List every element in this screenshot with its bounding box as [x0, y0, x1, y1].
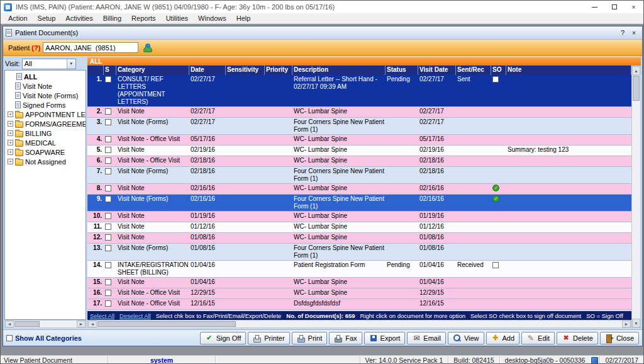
select-checkbox[interactable] — [105, 234, 111, 241]
show-all-categories-checkbox[interactable] — [6, 335, 13, 341]
document-row[interactable]: 17.Visit Note - Office Visit12/16/15Dsfd… — [87, 299, 631, 310]
close-button[interactable]: Close — [600, 332, 639, 344]
select-checkbox[interactable] — [105, 157, 111, 164]
select-checkbox[interactable] — [105, 76, 111, 82]
document-row[interactable]: 13.Visit Note (Forms)01/08/16Four Corner… — [87, 244, 631, 261]
col-category[interactable]: Category — [116, 65, 189, 75]
maximize-button[interactable] — [604, 1, 624, 13]
tree-item-visit-note[interactable]: Visit Note — [5, 81, 86, 91]
tree-item-visit-note-forms-[interactable]: Visit Note (Forms) — [5, 91, 86, 100]
expand-plus-icon[interactable]: + — [8, 121, 13, 127]
document-row[interactable]: 12.Visit Note01/08/16WC- Lumbar Spine01/… — [87, 233, 631, 244]
email-button[interactable]: Email — [407, 332, 446, 344]
document-row[interactable]: 15.Visit Note01/04/16WC- Lumbar Spine01/… — [87, 278, 631, 288]
scrollbar-thumb[interactable] — [97, 321, 236, 327]
select-all-link[interactable]: Select All — [90, 312, 114, 319]
table-vertical-scrollbar[interactable]: ▲ ▼ — [631, 65, 641, 328]
select-checkbox[interactable] — [105, 108, 111, 115]
print-button[interactable]: Print — [292, 332, 328, 344]
scrollbar-track[interactable] — [632, 101, 640, 319]
menu-reports[interactable]: Reports — [126, 13, 161, 24]
close-button[interactable]: × — [624, 1, 643, 13]
expand-plus-icon[interactable]: + — [8, 149, 13, 155]
document-row[interactable]: 4.Visit Note - Office Visit05/17/16WC- L… — [87, 135, 631, 145]
signoff-checkbox[interactable] — [492, 76, 499, 82]
col-note[interactable]: Note — [506, 65, 631, 75]
select-checkbox[interactable] — [105, 196, 111, 202]
expand-plus-icon[interactable]: + — [8, 140, 13, 145]
tree-horizontal-scrollbar[interactable]: ◄ ► — [4, 320, 86, 328]
document-row[interactable]: 16.Visit Note - Office Visit12/29/15WC- … — [87, 288, 631, 299]
select-checkbox[interactable] — [105, 279, 111, 285]
document-row[interactable]: 11.Visit Note01/12/16WC- Lumbar Spine01/… — [87, 222, 631, 233]
tree-item-signed-forms[interactable]: Signed Forms — [5, 100, 86, 110]
select-checkbox[interactable] — [105, 300, 111, 307]
menu-utilities[interactable]: Utilities — [161, 13, 193, 24]
select-checkbox[interactable] — [105, 185, 111, 191]
expand-plus-icon[interactable]: + — [8, 130, 13, 136]
col-status[interactable]: Status — [386, 65, 418, 75]
view-button[interactable]: View — [448, 332, 484, 344]
col-priority[interactable]: Priority — [265, 65, 292, 75]
menu-action[interactable]: Action — [3, 13, 33, 24]
document-row[interactable]: 6.Visit Note - Office Visit02/18/16WC- L… — [87, 156, 631, 167]
tree-item-all[interactable]: ALL — [5, 72, 86, 81]
col-description[interactable]: Description — [292, 65, 386, 75]
chevron-down-icon[interactable]: ▼ — [67, 59, 75, 69]
scrollbar-track[interactable] — [236, 321, 622, 327]
select-checkbox[interactable] — [105, 147, 111, 153]
document-row[interactable]: 14.INTAKE/REGISTRATION SHEET (BILLING)01… — [87, 261, 631, 278]
document-row[interactable]: 8.Visit Note02/16/16WC- Lumbar Spine02/1… — [87, 184, 631, 195]
tree-item-billing[interactable]: +BILLING — [5, 128, 86, 138]
deselect-all-link[interactable]: Deselect All — [119, 312, 151, 319]
dialog-help-button[interactable]: ? — [617, 28, 628, 38]
scrollbar-thumb[interactable] — [14, 321, 40, 327]
select-checkbox[interactable] — [105, 213, 111, 219]
scroll-left-arrow[interactable]: ◄ — [88, 321, 97, 327]
tree-item-soapware[interactable]: +SOAPWARE — [5, 147, 86, 157]
title-bar[interactable]: IMS (IMS, PAIN) (Patient: AARON, JANE W … — [1, 1, 643, 13]
tree-item-appointment-letter[interactable]: +APPOINTMENT LETTER — [5, 110, 86, 119]
expand-plus-icon[interactable]: + — [8, 111, 13, 117]
col-sensitivity[interactable]: Sensitivity — [226, 65, 265, 75]
table-horizontal-scrollbar[interactable]: ◄ ► — [87, 320, 631, 328]
scroll-down-arrow[interactable]: ▼ — [632, 319, 640, 327]
scroll-right-arrow[interactable]: ► — [622, 321, 631, 327]
select-checkbox[interactable] — [105, 245, 111, 251]
delete-button[interactable]: Delete — [557, 332, 598, 344]
select-checkbox[interactable] — [105, 224, 111, 230]
select-checkbox[interactable] — [105, 168, 111, 174]
menu-billing[interactable]: Billing — [98, 13, 126, 24]
scroll-right-arrow[interactable]: ► — [77, 321, 86, 327]
add-button[interactable]: Add — [486, 332, 520, 344]
col-date[interactable]: Date — [189, 65, 226, 75]
patient-input[interactable] — [43, 42, 138, 53]
tree-item-forms-agreement[interactable]: +FORMS/AGREEMENT — [5, 119, 86, 128]
scrollbar-track[interactable] — [40, 321, 77, 327]
expand-plus-icon[interactable]: + — [8, 159, 13, 164]
fax-button[interactable]: Fax — [329, 332, 362, 344]
col-sent-rec[interactable]: Sent/Rec — [456, 65, 491, 75]
document-row[interactable]: 10.Visit Note01/19/16WC- Lumbar Spine01/… — [87, 212, 631, 222]
select-checkbox[interactable] — [105, 262, 111, 268]
menu-help[interactable]: Help — [231, 13, 256, 24]
scrollbar-thumb[interactable] — [633, 76, 640, 101]
tree-item-medical[interactable]: +MEDICAL — [5, 138, 86, 147]
patient-lookup-icon[interactable] — [142, 43, 152, 53]
select-checkbox[interactable] — [105, 136, 111, 142]
scroll-left-arrow[interactable]: ◄ — [5, 321, 14, 327]
minimize-button[interactable] — [585, 1, 604, 13]
signoff-checkbox[interactable] — [492, 262, 499, 268]
document-row[interactable]: 9.Visit Note (Forms)02/16/16Four Corners… — [87, 195, 631, 212]
tree-item-not-assigned[interactable]: +Not Assigned — [5, 157, 86, 166]
document-row[interactable]: 2.Visit Note02/27/17WC- Lumbar Spine02/2… — [87, 107, 631, 118]
document-row[interactable]: 1.CONSULT/ REF LETTERS (APPOINTMENT LETT… — [87, 75, 631, 107]
printer-button[interactable]: Printer — [248, 332, 289, 344]
select-checkbox[interactable] — [105, 119, 111, 125]
visit-dropdown[interactable]: All ▼ — [22, 59, 76, 69]
col-visit-date[interactable]: Visit Date — [418, 65, 456, 75]
dialog-close-button[interactable]: × — [628, 28, 640, 38]
export-button[interactable]: Export — [364, 332, 406, 344]
col-so[interactable]: SO — [491, 65, 506, 75]
col-s[interactable]: S — [104, 65, 116, 75]
